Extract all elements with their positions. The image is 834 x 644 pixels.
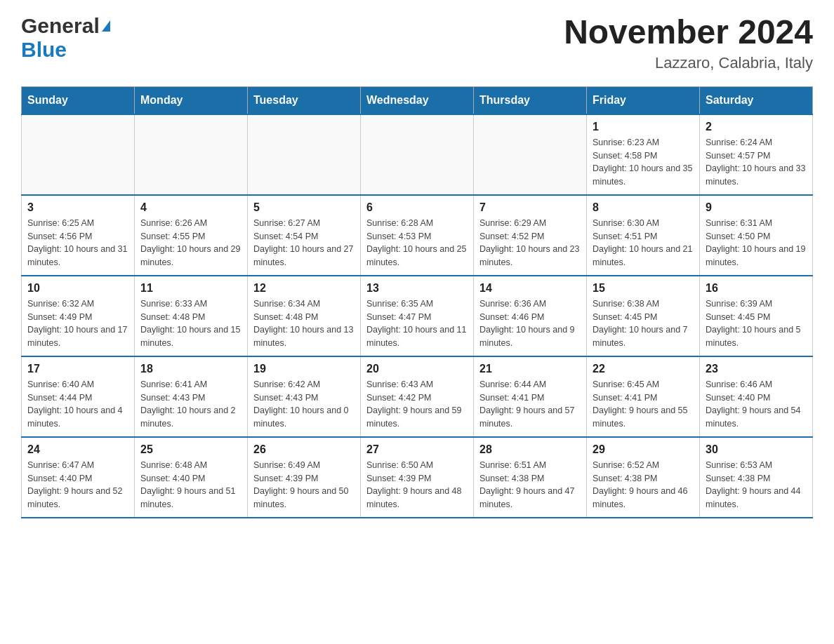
day-number: 7 [479, 201, 581, 214]
table-row: 14Sunrise: 6:36 AMSunset: 4:46 PMDayligh… [474, 276, 587, 356]
location-subtitle: Lazzaro, Calabria, Italy [564, 54, 813, 72]
table-row: 27Sunrise: 6:50 AMSunset: 4:39 PMDayligh… [361, 437, 474, 518]
logo: General Blue [21, 14, 110, 62]
calendar-week-row: 10Sunrise: 6:32 AMSunset: 4:49 PMDayligh… [22, 276, 813, 356]
day-info: Sunrise: 6:33 AMSunset: 4:48 PMDaylight:… [140, 297, 241, 350]
table-row: 21Sunrise: 6:44 AMSunset: 4:41 PMDayligh… [474, 356, 587, 437]
table-row: 2Sunrise: 6:24 AMSunset: 4:57 PMDaylight… [700, 114, 813, 195]
day-number: 20 [366, 363, 468, 375]
calendar-header-row: Sunday Monday Tuesday Wednesday Thursday… [22, 86, 813, 114]
table-row: 10Sunrise: 6:32 AMSunset: 4:49 PMDayligh… [22, 276, 135, 356]
day-number: 1 [593, 121, 694, 133]
day-info: Sunrise: 6:32 AMSunset: 4:49 PMDaylight:… [27, 297, 128, 350]
table-row: 24Sunrise: 6:47 AMSunset: 4:40 PMDayligh… [22, 437, 135, 518]
table-row: 16Sunrise: 6:39 AMSunset: 4:45 PMDayligh… [700, 276, 813, 356]
table-row: 19Sunrise: 6:42 AMSunset: 4:43 PMDayligh… [248, 356, 361, 437]
table-row: 18Sunrise: 6:41 AMSunset: 4:43 PMDayligh… [135, 356, 248, 437]
calendar-week-row: 17Sunrise: 6:40 AMSunset: 4:44 PMDayligh… [22, 356, 813, 437]
day-info: Sunrise: 6:30 AMSunset: 4:51 PMDaylight:… [593, 217, 694, 269]
day-info: Sunrise: 6:42 AMSunset: 4:43 PMDaylight:… [253, 378, 355, 431]
day-number: 30 [706, 443, 807, 456]
day-info: Sunrise: 6:51 AMSunset: 4:38 PMDaylight:… [479, 459, 581, 511]
day-info: Sunrise: 6:23 AMSunset: 4:58 PMDaylight:… [593, 136, 694, 189]
day-info: Sunrise: 6:25 AMSunset: 4:56 PMDaylight:… [27, 217, 128, 269]
logo-triangle-icon [102, 20, 110, 32]
day-info: Sunrise: 6:36 AMSunset: 4:46 PMDaylight:… [479, 297, 581, 350]
table-row: 12Sunrise: 6:34 AMSunset: 4:48 PMDayligh… [248, 276, 361, 356]
day-number: 2 [706, 121, 807, 133]
month-year-title: November 2024 [564, 14, 813, 51]
day-number: 3 [27, 201, 128, 214]
calendar-week-row: 24Sunrise: 6:47 AMSunset: 4:40 PMDayligh… [22, 437, 813, 518]
logo-blue-text: Blue [21, 38, 67, 62]
day-info: Sunrise: 6:48 AMSunset: 4:40 PMDaylight:… [140, 459, 241, 511]
day-number: 13 [366, 282, 468, 295]
day-number: 5 [253, 201, 355, 214]
day-number: 14 [479, 282, 581, 295]
table-row [248, 114, 361, 195]
day-number: 27 [366, 443, 468, 456]
table-row: 22Sunrise: 6:45 AMSunset: 4:41 PMDayligh… [587, 356, 700, 437]
table-row: 8Sunrise: 6:30 AMSunset: 4:51 PMDaylight… [587, 195, 700, 276]
day-info: Sunrise: 6:31 AMSunset: 4:50 PMDaylight:… [706, 217, 807, 269]
day-info: Sunrise: 6:43 AMSunset: 4:42 PMDaylight:… [366, 378, 468, 431]
col-sunday: Sunday [22, 86, 135, 114]
table-row: 9Sunrise: 6:31 AMSunset: 4:50 PMDaylight… [700, 195, 813, 276]
table-row: 13Sunrise: 6:35 AMSunset: 4:47 PMDayligh… [361, 276, 474, 356]
day-info: Sunrise: 6:34 AMSunset: 4:48 PMDaylight:… [253, 297, 355, 350]
table-row: 1Sunrise: 6:23 AMSunset: 4:58 PMDaylight… [587, 114, 700, 195]
day-number: 26 [253, 443, 355, 456]
day-info: Sunrise: 6:44 AMSunset: 4:41 PMDaylight:… [479, 378, 581, 431]
day-number: 6 [366, 201, 468, 214]
day-number: 21 [479, 363, 581, 375]
day-info: Sunrise: 6:40 AMSunset: 4:44 PMDaylight:… [27, 378, 128, 431]
table-row: 23Sunrise: 6:46 AMSunset: 4:40 PMDayligh… [700, 356, 813, 437]
table-row: 20Sunrise: 6:43 AMSunset: 4:42 PMDayligh… [361, 356, 474, 437]
day-number: 23 [706, 363, 807, 375]
day-number: 17 [27, 363, 128, 375]
day-number: 4 [140, 201, 241, 214]
table-row: 28Sunrise: 6:51 AMSunset: 4:38 PMDayligh… [474, 437, 587, 518]
day-info: Sunrise: 6:24 AMSunset: 4:57 PMDaylight:… [706, 136, 807, 189]
table-row [135, 114, 248, 195]
day-info: Sunrise: 6:49 AMSunset: 4:39 PMDaylight:… [253, 459, 355, 511]
table-row [22, 114, 135, 195]
day-number: 24 [27, 443, 128, 456]
day-info: Sunrise: 6:28 AMSunset: 4:53 PMDaylight:… [366, 217, 468, 269]
calendar-week-row: 1Sunrise: 6:23 AMSunset: 4:58 PMDaylight… [22, 114, 813, 195]
day-number: 29 [593, 443, 694, 456]
title-section: November 2024 Lazzaro, Calabria, Italy [564, 14, 813, 72]
col-tuesday: Tuesday [248, 86, 361, 114]
day-info: Sunrise: 6:50 AMSunset: 4:39 PMDaylight:… [366, 459, 468, 511]
day-number: 9 [706, 201, 807, 214]
logo-general-text: General [21, 14, 100, 38]
day-number: 11 [140, 282, 241, 295]
day-info: Sunrise: 6:26 AMSunset: 4:55 PMDaylight:… [140, 217, 241, 269]
page-header: General Blue November 2024 Lazzaro, Cala… [21, 14, 813, 72]
day-number: 10 [27, 282, 128, 295]
day-number: 12 [253, 282, 355, 295]
table-row: 15Sunrise: 6:38 AMSunset: 4:45 PMDayligh… [587, 276, 700, 356]
table-row: 29Sunrise: 6:52 AMSunset: 4:38 PMDayligh… [587, 437, 700, 518]
day-info: Sunrise: 6:39 AMSunset: 4:45 PMDaylight:… [706, 297, 807, 350]
day-info: Sunrise: 6:46 AMSunset: 4:40 PMDaylight:… [706, 378, 807, 431]
table-row: 7Sunrise: 6:29 AMSunset: 4:52 PMDaylight… [474, 195, 587, 276]
day-number: 15 [593, 282, 694, 295]
col-wednesday: Wednesday [361, 86, 474, 114]
col-thursday: Thursday [474, 86, 587, 114]
day-info: Sunrise: 6:52 AMSunset: 4:38 PMDaylight:… [593, 459, 694, 511]
table-row: 5Sunrise: 6:27 AMSunset: 4:54 PMDaylight… [248, 195, 361, 276]
day-number: 8 [593, 201, 694, 214]
day-number: 19 [253, 363, 355, 375]
col-friday: Friday [587, 86, 700, 114]
table-row: 30Sunrise: 6:53 AMSunset: 4:38 PMDayligh… [700, 437, 813, 518]
day-info: Sunrise: 6:38 AMSunset: 4:45 PMDaylight:… [593, 297, 694, 350]
day-number: 18 [140, 363, 241, 375]
table-row: 17Sunrise: 6:40 AMSunset: 4:44 PMDayligh… [22, 356, 135, 437]
table-row: 3Sunrise: 6:25 AMSunset: 4:56 PMDaylight… [22, 195, 135, 276]
col-monday: Monday [135, 86, 248, 114]
day-number: 22 [593, 363, 694, 375]
table-row: 25Sunrise: 6:48 AMSunset: 4:40 PMDayligh… [135, 437, 248, 518]
table-row: 4Sunrise: 6:26 AMSunset: 4:55 PMDaylight… [135, 195, 248, 276]
day-info: Sunrise: 6:35 AMSunset: 4:47 PMDaylight:… [366, 297, 468, 350]
